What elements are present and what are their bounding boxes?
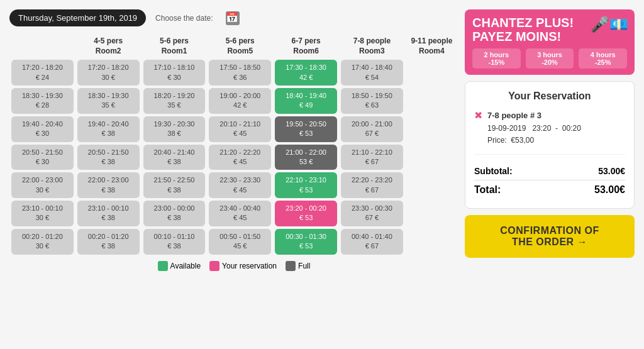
table-cell: 23:20 - 00:20€ 53	[273, 199, 339, 228]
promo-hour-item: 3 hours-20%	[526, 48, 574, 69]
time-slot[interactable]: 21:20 - 22:20€ 45	[209, 145, 271, 170]
reservation-price-label: Price:	[487, 136, 507, 145]
time-slot[interactable]: 22:20 - 23:20€ 67	[341, 172, 403, 198]
table-cell: 22:00 - 23:00€ 38	[75, 171, 142, 199]
time-slot[interactable]: 17:50 - 18:50€ 36	[209, 60, 271, 86]
subtotal-value: 53.00€	[598, 166, 625, 176]
table-cell: 17:50 - 18:50€ 36	[207, 58, 273, 87]
table-cell: 17:10 - 18:10€ 30	[142, 58, 208, 87]
promo-hour-item: 2 hours-15%	[472, 48, 521, 69]
time-slot[interactable]: 23:10 - 00:1030 €	[11, 201, 74, 226]
time-slot[interactable]: 23:20 - 00:20€ 53	[275, 201, 337, 226]
time-slot[interactable]: 17:30 - 18:3042 €	[275, 60, 337, 86]
remove-reservation-button[interactable]: ✖	[474, 109, 482, 121]
table-cell: 21:10 - 22:10€ 67	[339, 143, 405, 172]
legend-available-label: Available	[170, 262, 201, 270]
time-slot[interactable]: 18:50 - 19:50€ 63	[341, 88, 403, 114]
time-slot[interactable]: 00:10 - 01:10€ 38	[143, 229, 206, 255]
time-slot[interactable]: 21:10 - 22:10€ 67	[341, 145, 403, 170]
table-cell: 00:50 - 01:5045 €	[207, 228, 273, 256]
time-slot[interactable]: 00:20 - 01:20€ 38	[77, 229, 140, 255]
time-slot[interactable]: 22:00 - 23:0030 €	[11, 172, 74, 198]
subtotal-label: Subtotal:	[474, 166, 513, 176]
time-slot[interactable]: 00:40 - 01:40€ 67	[341, 229, 403, 255]
reservation-title: Your Reservation	[474, 91, 625, 102]
table-cell: 22:20 - 23:20€ 67	[339, 171, 405, 199]
time-slot[interactable]: 00:20 - 01:2030 €	[11, 229, 74, 255]
time-slot[interactable]: 19:40 - 20:40€ 38	[77, 116, 140, 142]
time-slot[interactable]: 00:50 - 01:5045 €	[209, 229, 271, 255]
table-cell: 19:00 - 20:0042 €	[207, 87, 273, 115]
time-slot[interactable]: 18:40 - 19:40€ 49	[275, 88, 337, 114]
table-cell: 20:50 - 21:50€ 30	[9, 143, 75, 172]
time-slot[interactable]: 22:30 - 23:30€ 45	[209, 172, 271, 198]
reservation-datetime: 19-09-2019 23:20 - 00:20	[487, 123, 581, 135]
time-slot[interactable]: 19:50 - 20:50€ 53	[275, 116, 337, 142]
table-cell: 22:30 - 23:30€ 45	[207, 171, 273, 199]
col-header-col2: 5-6 persRoom1	[142, 34, 208, 58]
time-slot[interactable]: 17:10 - 18:10€ 30	[143, 60, 206, 86]
time-slot[interactable]: 20:00 - 21:0067 €	[341, 116, 403, 142]
table-cell: 18:50 - 19:50€ 63	[339, 87, 405, 115]
table-cell: 23:10 - 00:10€ 38	[75, 199, 142, 228]
table-cell: 20:00 - 21:0067 €	[339, 115, 405, 143]
table-cell: 18:40 - 19:40€ 49	[273, 87, 339, 115]
table-cell: 20:10 - 21:10€ 45	[207, 115, 273, 143]
calendar-icon[interactable]	[226, 11, 240, 25]
time-slot[interactable]: 19:00 - 20:0042 €	[209, 88, 271, 114]
time-slot[interactable]: 21:00 - 22:0053 €	[275, 145, 337, 170]
table-cell: 00:30 - 01:30€ 53	[273, 228, 339, 256]
time-slot[interactable]: 17:40 - 18:40€ 54	[341, 60, 403, 86]
table-cell: 18:30 - 19:30€ 28	[9, 87, 75, 115]
time-slot[interactable]: 17:20 - 18:2030 €	[77, 60, 140, 86]
confirm-btn-line1: CONFIRMATION OF	[500, 225, 599, 236]
reservation-box: Your Reservation ✖ 7-8 people # 3 19-09-…	[465, 81, 635, 209]
time-slot[interactable]: 20:40 - 21:40€ 38	[143, 145, 206, 170]
time-slot[interactable]: 23:40 - 00:40€ 45	[209, 201, 271, 226]
promo-hour-item: 4 hours-25%	[579, 48, 627, 69]
table-cell: 00:40 - 01:40€ 67	[339, 228, 405, 256]
promo-icons: 🎤💶	[591, 16, 628, 33]
table-cell: 19:40 - 20:40€ 30	[9, 115, 75, 143]
table-cell: 22:00 - 23:0030 €	[9, 171, 75, 199]
time-slot[interactable]: 00:30 - 01:30€ 53	[275, 229, 337, 255]
table-cell: 20:40 - 21:40€ 38	[142, 143, 208, 172]
reservation-date: 19-09-2019	[487, 124, 526, 133]
table-cell: 18:20 - 19:2035 €	[142, 87, 208, 115]
total-row: Total: 53.00€	[474, 180, 625, 199]
time-slot[interactable]: 18:20 - 19:2035 €	[143, 88, 206, 114]
time-slot[interactable]: 22:00 - 23:00€ 38	[77, 172, 140, 198]
date-label: Thursday, September 19th, 2019	[9, 9, 146, 26]
table-cell: 23:40 - 00:40€ 45	[207, 199, 273, 228]
subtotal-row: Subtotal: 53.00€	[474, 162, 625, 180]
legend: Available Your reservation Full	[9, 261, 458, 271]
confirm-order-button[interactable]: CONFIRMATION OF THE ORDER →	[465, 215, 635, 258]
choose-date-label: Choose the date:	[155, 14, 213, 23]
time-slot[interactable]: 18:30 - 19:30€ 28	[11, 88, 74, 114]
table-cell: 18:30 - 19:3035 €	[75, 87, 142, 115]
time-slot[interactable]: 23:10 - 00:10€ 38	[77, 201, 140, 226]
time-slot[interactable]: 20:50 - 21:50€ 38	[77, 145, 140, 170]
total-value: 53.00€	[594, 184, 625, 196]
time-slot[interactable]: 19:40 - 20:40€ 30	[11, 116, 74, 142]
table-cell: 17:30 - 18:3042 €	[273, 58, 339, 87]
time-slot[interactable]: 22:10 - 23:10€ 53	[275, 172, 337, 198]
time-slot[interactable]: 19:30 - 20:3038 €	[143, 116, 206, 142]
time-slot[interactable]: 23:00 - 00:00€ 38	[143, 201, 206, 226]
reservation-price-value: €53,00	[511, 136, 534, 145]
col-header-col5: 7-8 peopleRoom3	[339, 34, 405, 58]
promo-banner: 🎤💶 CHANTEZ PLUS! PAYEZ MOINS! 2 hours-15…	[465, 9, 635, 75]
legend-full-box	[286, 261, 296, 271]
table-cell: 20:50 - 21:50€ 38	[75, 143, 142, 172]
time-slot[interactable]: 23:30 - 00:3067 €	[341, 201, 403, 226]
time-slot[interactable]: 17:20 - 18:20€ 24	[11, 60, 74, 86]
time-slot[interactable]: 21:50 - 22:50€ 38	[143, 172, 206, 198]
table-cell: 19:40 - 20:40€ 38	[75, 115, 142, 143]
time-slot[interactable]: 20:50 - 21:50€ 30	[11, 145, 74, 170]
time-slot[interactable]: 18:30 - 19:3035 €	[77, 88, 140, 114]
table-cell: 23:30 - 00:3067 €	[339, 199, 405, 228]
table-cell: 22:10 - 23:10€ 53	[273, 171, 339, 199]
table-cell: 17:20 - 18:2030 €	[75, 58, 142, 87]
table-cell: 19:50 - 20:50€ 53	[273, 115, 339, 143]
time-slot[interactable]: 20:10 - 21:10€ 45	[209, 116, 271, 142]
